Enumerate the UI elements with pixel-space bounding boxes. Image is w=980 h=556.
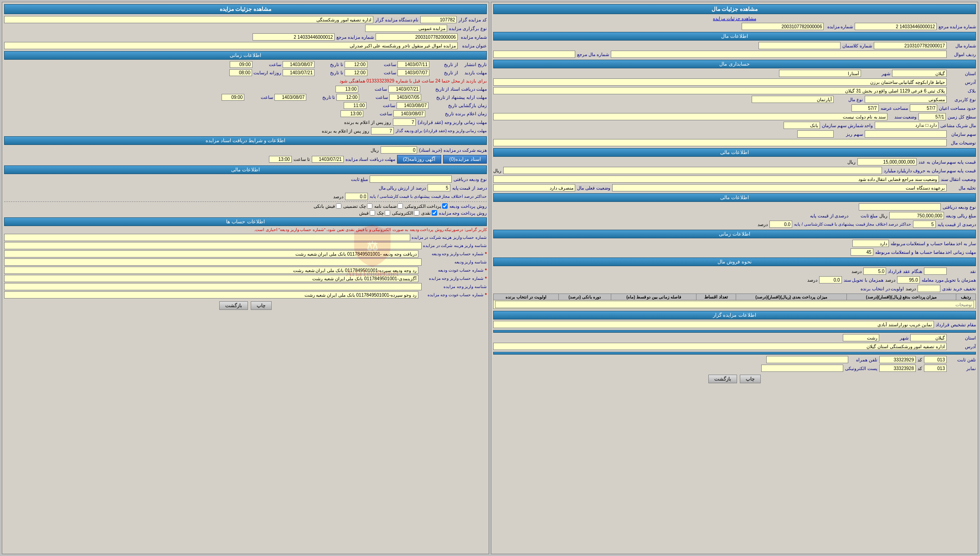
payment-zamen-check[interactable] <box>397 203 403 209</box>
mafaseh-input[interactable] <box>852 240 889 247</box>
takhfif-input[interactable] <box>918 285 940 292</box>
shomare-mal-input[interactable] <box>874 42 947 49</box>
hamsaz2-input[interactable] <box>819 276 842 283</box>
aghd-input[interactable] <box>863 268 886 275</box>
asnad-mohlat-from-input[interactable] <box>312 156 344 163</box>
right-print-btn[interactable]: چاپ <box>251 301 272 310</box>
tozih-input[interactable] <box>493 139 947 146</box>
r-shomare-mzayede-input[interactable] <box>376 33 458 41</box>
bazgoshai-saat-input[interactable] <box>344 102 366 109</box>
shomare-mal-mrj-input[interactable] <box>493 51 575 58</box>
daryaft-saat-input[interactable] <box>335 86 358 93</box>
namabar-input[interactable] <box>879 365 916 372</box>
asnad-mohlat-to-input[interactable] <box>269 156 292 163</box>
mohlat-input[interactable] <box>851 248 873 256</box>
hedaksar-input[interactable] <box>769 221 792 228</box>
darsad-val-input[interactable] <box>913 221 936 228</box>
naghd-input[interactable] <box>924 268 947 275</box>
kod-tel-input[interactable] <box>924 356 947 363</box>
mohlat1-input[interactable] <box>393 118 416 126</box>
mrj-input[interactable] <box>855 23 937 30</box>
vadie-input[interactable] <box>859 203 941 211</box>
payment2-fish[interactable]: فیش <box>359 210 375 216</box>
klaseman-input[interactable] <box>758 42 841 49</box>
vaziat-feli-input[interactable] <box>493 184 575 191</box>
payment2-naghd-check[interactable] <box>432 210 437 216</box>
pishnahad-from-input[interactable] <box>389 94 421 101</box>
no-karabri-input[interactable] <box>865 96 947 103</box>
acc5-input[interactable] <box>4 267 418 274</box>
payment-fish-check[interactable] <box>336 203 341 209</box>
payment2-chek[interactable]: چک <box>377 210 390 216</box>
payment-elec-check[interactable] <box>442 203 448 209</box>
sath-input[interactable] <box>918 113 946 120</box>
left-back-btn[interactable]: بازگشت <box>708 375 737 383</box>
payment2-fish-check[interactable] <box>370 210 375 216</box>
acc4-input[interactable] <box>4 258 422 266</box>
gheymat-input[interactable] <box>857 158 917 165</box>
ealam-tarikhe-input[interactable] <box>393 110 425 117</box>
nashir-saat2-input[interactable] <box>230 61 253 68</box>
vahid-input[interactable] <box>784 122 820 129</box>
onvan-input[interactable] <box>4 42 458 49</box>
ostan-input[interactable] <box>892 70 947 77</box>
gheymat2-input[interactable] <box>503 167 882 174</box>
acc7-input[interactable] <box>4 283 422 290</box>
pelak-input[interactable] <box>493 87 947 94</box>
vaziat2-input[interactable] <box>493 175 939 183</box>
payment-zamen[interactable]: ضمانت نامه <box>374 203 403 209</box>
hamsaz-input[interactable] <box>897 276 920 283</box>
daryaft-from-input[interactable] <box>388 86 420 93</box>
tel-hamrah-input[interactable] <box>766 356 848 363</box>
pst-input[interactable] <box>761 365 843 372</box>
breadcrumb[interactable]: مشاهده جزئیات مزایده <box>493 16 976 21</box>
nashir-to-input[interactable] <box>283 61 315 68</box>
r-vadie-input[interactable] <box>370 175 452 183</box>
adres-input[interactable] <box>493 78 947 86</box>
mzayede-input[interactable] <box>742 23 824 30</box>
right-back-btn[interactable]: بازگشت <box>219 301 248 310</box>
acc6-input[interactable] <box>4 275 418 282</box>
pishnahad-saat2-input[interactable] <box>222 94 244 101</box>
payment-elec[interactable]: پرداخت الکترونیکی <box>405 203 448 209</box>
payment2-chek-check[interactable] <box>385 210 390 216</box>
asnad-btn[interactable]: اسناد مزایده(0) <box>443 155 487 164</box>
tel-input[interactable] <box>879 356 916 363</box>
mohlat2-input[interactable] <box>371 127 394 134</box>
pishnahad-to-input[interactable] <box>274 94 306 101</box>
payment2-elec-check[interactable] <box>414 210 419 216</box>
pishnahad-saat1-input[interactable] <box>336 94 359 101</box>
bazid-from-input[interactable] <box>397 69 429 76</box>
r-shomare-mrj-input[interactable] <box>253 33 335 41</box>
left-print-btn[interactable]: چاپ <box>740 375 761 383</box>
mablagh-input[interactable] <box>889 212 944 219</box>
bazid-saat2-input[interactable] <box>229 69 252 76</box>
name-dastgah-input[interactable] <box>4 16 373 23</box>
agahi-btn[interactable]: آگهی روزنامه(2) <box>397 155 442 164</box>
tahliyeh-input[interactable] <box>612 184 947 191</box>
acc2-input[interactable] <box>4 242 422 249</box>
ostan2-input[interactable] <box>910 334 947 341</box>
nashir-from-input[interactable] <box>397 61 429 68</box>
r-hedaksar-input[interactable] <box>345 193 368 200</box>
acc8-input[interactable] <box>4 291 418 299</box>
bazid-to-input[interactable] <box>283 69 315 76</box>
bazgoshai-tarikhe-input[interactable] <box>397 102 428 109</box>
payment2-elec[interactable]: الکترونیکی <box>392 210 419 216</box>
hazineh-input[interactable] <box>381 146 417 154</box>
sahm-riz-input[interactable] <box>797 130 834 138</box>
masahat-arezeh-input[interactable] <box>851 104 879 112</box>
adres2-input[interactable] <box>493 343 947 350</box>
kod-mzayede-input[interactable] <box>420 16 457 23</box>
nashir-saat1-input[interactable] <box>345 61 367 68</box>
payment2-naghd[interactable]: نقدی <box>421 210 437 216</box>
ealam-saat-input[interactable] <box>340 110 363 117</box>
kod-namabar-input[interactable] <box>924 365 947 372</box>
bazid-saat1-input[interactable] <box>345 69 367 76</box>
tozih-table-input[interactable] <box>495 301 974 308</box>
mogham-input[interactable] <box>493 321 934 328</box>
no-mal-input[interactable] <box>752 96 834 103</box>
sahm-saz-input[interactable] <box>865 130 947 138</box>
no-bargozari-input[interactable] <box>365 25 447 32</box>
radif-input[interactable] <box>611 51 947 58</box>
